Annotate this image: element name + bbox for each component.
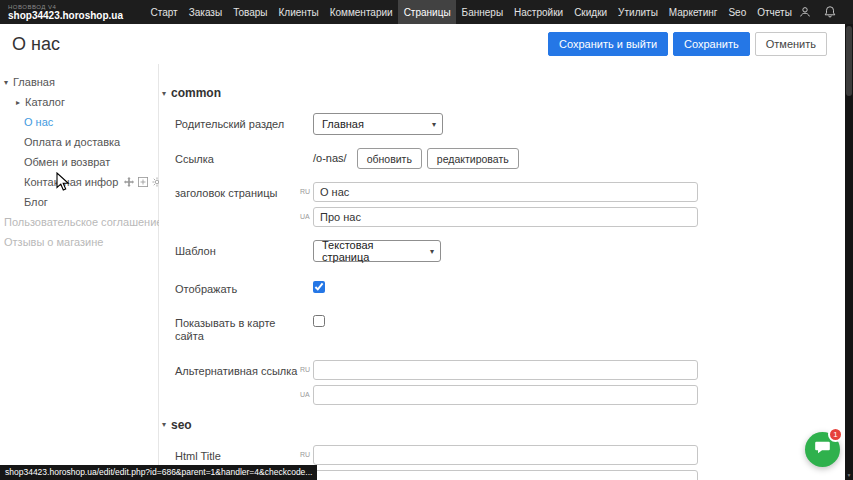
brand-version-label: НОВОВВОД V4	[8, 4, 123, 10]
menu-item-seo[interactable]: Seo	[723, 0, 752, 24]
form-row-link: Ссылка /o-nas/ обновить редактировать	[175, 148, 853, 169]
sidebar-item-label: Обмен и возврат	[24, 156, 110, 168]
sidebar-item-label: Главная	[13, 76, 55, 88]
lang-ru-label: RU	[300, 188, 310, 195]
lang-ua-label: UA	[300, 391, 310, 398]
form-row-sitemap: Показывать в карте сайта	[175, 312, 853, 343]
sidebar-item-oplata-dostavka[interactable]: Оплата и доставка	[0, 132, 158, 152]
page-title: О нас	[12, 34, 60, 55]
chevron-down-icon: ▾	[432, 120, 436, 129]
sidebar-item-glavnaya[interactable]: ▾ Главная	[0, 72, 158, 92]
top-menu: Старт Заказы Товары Клиенты Комментарии …	[145, 0, 797, 24]
sidebar-item-polzovatelskoe-soglashenie[interactable]: Пользовательское соглашение	[0, 212, 158, 232]
lang-ua-label: UA	[300, 213, 310, 220]
menu-item-start[interactable]: Старт	[145, 0, 183, 24]
form-row-template: Шаблон Текстовая страница ▾	[175, 240, 853, 262]
menu-item-clients[interactable]: Клиенты	[273, 0, 324, 24]
parent-section-select-value: Главная	[322, 118, 364, 130]
menu-item-discounts[interactable]: Скидки	[569, 0, 613, 24]
status-url-tooltip: shop34423.horoshop.ua/edit/edit.php?id=6…	[0, 465, 317, 480]
add-subpage-icon[interactable]	[138, 177, 148, 187]
menu-item-utilities[interactable]: Утилиты	[613, 0, 664, 24]
drag-handle-icon[interactable]	[124, 177, 134, 187]
menu-item-comments[interactable]: Комментарии	[324, 0, 398, 24]
main-area: ▾ Главная ▸ Каталог О нас Оплата и доста…	[0, 64, 853, 480]
sidebar-item-o-nas[interactable]: О нас	[0, 112, 158, 132]
page-header: О нас Сохранить и выйти Сохранить Отмени…	[0, 24, 853, 64]
section-seo-header[interactable]: ▾ seo	[162, 418, 853, 432]
sidebar-item-label: Каталог	[25, 96, 65, 108]
sidebar-item-label: Отзывы о магазине	[4, 236, 103, 248]
chat-unread-badge: 1	[828, 427, 843, 442]
header-buttons: Сохранить и выйти Сохранить Отменить	[548, 32, 841, 56]
sitemap-label: Показывать в карте сайта	[175, 312, 313, 343]
collapse-chevron-icon: ▾	[162, 89, 166, 98]
chat-widget-button[interactable]: 1	[805, 432, 840, 467]
menu-item-marketing[interactable]: Маркетинг	[663, 0, 723, 24]
sidebar-item-blog[interactable]: Блог	[0, 192, 158, 212]
link-value: /o-nas/	[313, 148, 347, 164]
sidebar-item-label: О нас	[24, 116, 53, 128]
horoshop-admin-screen: НОВОВВОД V4 shop34423.horoshop.ua Старт …	[0, 0, 853, 480]
section-seo-title: seo	[171, 418, 192, 432]
page-title-ru-input[interactable]	[313, 182, 698, 202]
lang-ru-label: RU	[300, 451, 310, 458]
sidebar-item-obmen-vozvrat[interactable]: Обмен и возврат	[0, 152, 158, 172]
form-row-parent-section: Родительский раздел Главная ▾	[175, 113, 853, 135]
collapse-chevron-icon: ▾	[162, 420, 166, 429]
section-common-title: common	[171, 86, 221, 100]
menu-item-products[interactable]: Товары	[228, 0, 273, 24]
topbar: НОВОВВОД V4 shop34423.horoshop.ua Старт …	[0, 0, 853, 24]
scrollbar-thumb[interactable]	[846, 26, 852, 96]
sidebar-item-otzyvy[interactable]: Отзывы о магазине	[0, 232, 158, 252]
parent-section-label: Родительский раздел	[175, 113, 313, 135]
sidebar-item-kontaktnaya-info[interactable]: Контактная инфор	[0, 172, 158, 192]
pages-tree-sidebar: ▾ Главная ▸ Каталог О нас Оплата и доста…	[0, 64, 159, 480]
chevron-down-icon: ▾	[430, 247, 434, 256]
template-select[interactable]: Текстовая страница ▾	[313, 240, 441, 262]
display-label: Отображать	[175, 278, 313, 296]
display-checkbox[interactable]	[313, 281, 325, 293]
template-label: Шаблон	[175, 240, 313, 262]
caret-down-icon[interactable]: ▾	[4, 78, 8, 87]
form-row-page-title: заголовок страницы RU UA	[175, 182, 853, 227]
alt-link-ru-input[interactable]	[313, 360, 698, 380]
alt-link-label: Альтернативная ссылка	[175, 360, 313, 405]
page-title-label: заголовок страницы	[175, 182, 313, 227]
alt-link-ua-input[interactable]	[313, 385, 698, 405]
notifications-bell-icon[interactable]	[823, 5, 837, 19]
menu-item-banners[interactable]: Баннеры	[456, 0, 508, 24]
chat-bubble-icon	[813, 438, 832, 461]
sitemap-checkbox[interactable]	[313, 315, 325, 327]
store-brand[interactable]: НОВОВВОД V4 shop34423.horoshop.ua	[0, 0, 133, 24]
sidebar-item-label: Пользовательское соглашение	[4, 216, 162, 228]
menu-item-settings[interactable]: Настройки	[509, 0, 569, 24]
link-update-button[interactable]: обновить	[357, 148, 422, 169]
menu-item-orders[interactable]: Заказы	[183, 0, 227, 24]
parent-section-select[interactable]: Главная ▾	[313, 113, 443, 135]
page-title-ua-input[interactable]	[313, 207, 698, 227]
save-button[interactable]: Сохранить	[673, 32, 750, 56]
vertical-scrollbar[interactable]: ▼	[845, 24, 853, 480]
form-row-alt-link: Альтернативная ссылка RU UA	[175, 360, 853, 405]
sidebar-item-katalog[interactable]: ▸ Каталог	[0, 92, 158, 112]
page-edit-form: ▾ common Родительский раздел Главная ▾ С…	[159, 64, 853, 480]
save-and-exit-button[interactable]: Сохранить и выйти	[548, 32, 668, 56]
html-title-ua-input[interactable]	[313, 470, 698, 480]
cancel-button[interactable]: Отменить	[755, 32, 827, 56]
menu-item-reports[interactable]: Отчеты	[752, 0, 798, 24]
brand-domain: shop34423.horoshop.ua	[8, 11, 123, 21]
link-edit-button[interactable]: редактировать	[427, 148, 519, 169]
sidebar-item-label: Контактная инфор	[24, 176, 118, 188]
html-title-label-text: Html Title	[175, 450, 305, 463]
sidebar-item-label: Блог	[24, 196, 48, 208]
topbar-icons	[798, 0, 853, 24]
menu-item-pages[interactable]: Страницы	[398, 0, 456, 24]
scrollbar-down-arrow-icon[interactable]: ▼	[845, 472, 853, 478]
caret-right-icon[interactable]: ▸	[16, 98, 20, 107]
section-common-header[interactable]: ▾ common	[162, 86, 853, 100]
html-title-ru-input[interactable]	[313, 445, 698, 465]
user-account-icon[interactable]	[798, 5, 812, 19]
template-select-value: Текстовая страница	[322, 239, 418, 263]
form-row-display: Отображать	[175, 278, 853, 296]
